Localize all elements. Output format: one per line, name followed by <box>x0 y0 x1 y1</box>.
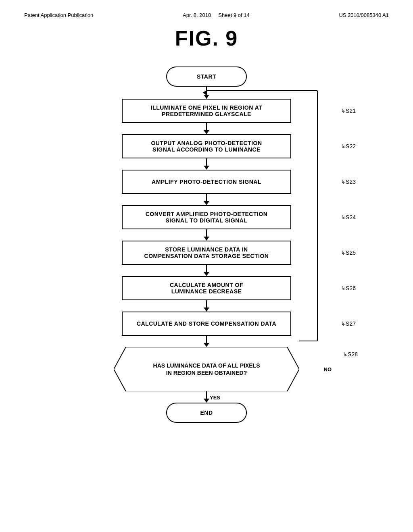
step-S27-box: CALCULATE AND STORE COMPENSATION DATA <box>122 312 291 336</box>
flowchart-diagram: START ILLUMINATE ONE PIXEL IN REGION ATP… <box>86 66 327 423</box>
step-S28-diamond: HAS LUMINANCE DATA OF ALL PIXELSIN REGIO… <box>114 347 299 391</box>
header: Patent Application Publication Apr. 8, 2… <box>24 12 389 18</box>
start-node: START <box>166 66 247 87</box>
step-S22-label: ↳S22 <box>341 143 356 150</box>
step-S23-label: ↳S23 <box>341 179 356 185</box>
end-label: END <box>200 409 213 416</box>
no-label: NO <box>324 366 332 372</box>
patent-number: US 2010/0085340 A1 <box>339 12 389 18</box>
step-S23-box: AMPLIFY PHOTO-DETECTION SIGNAL <box>122 170 291 194</box>
step-S24-label: ↳S24 <box>341 214 356 220</box>
step-S22-text: OUTPUT ANALOG PHOTO-DETECTIONSIGNAL ACCO… <box>151 140 262 153</box>
end-node: END <box>166 403 247 423</box>
step-S24-text: CONVERT AMPLIFIED PHOTO-DETECTIONSIGNAL … <box>146 211 268 224</box>
step-S22-box: OUTPUT ANALOG PHOTO-DETECTIONSIGNAL ACCO… <box>122 134 291 158</box>
step-S27: CALCULATE AND STORE COMPENSATION DATA ↳S… <box>86 312 327 336</box>
step-S24-box: CONVERT AMPLIFIED PHOTO-DETECTIONSIGNAL … <box>122 205 291 229</box>
step-S23-text: AMPLIFY PHOTO-DETECTION SIGNAL <box>152 179 261 185</box>
step-S21-text: ILLUMINATE ONE PIXEL IN REGION ATPREDETE… <box>151 104 263 117</box>
publication-type: Patent Application Publication <box>24 12 93 18</box>
step-S26-box: CALCULATE AMOUNT OFLUMINANCE DECREASE <box>122 276 291 300</box>
step-S28-text: HAS LUMINANCE DATA OF ALL PIXELSIN REGIO… <box>129 362 284 376</box>
step-S22: OUTPUT ANALOG PHOTO-DETECTIONSIGNAL ACCO… <box>86 134 327 158</box>
step-S21-box: ILLUMINATE ONE PIXEL IN REGION ATPREDETE… <box>122 99 291 123</box>
step-S24: CONVERT AMPLIFIED PHOTO-DETECTIONSIGNAL … <box>86 205 327 229</box>
step-S26-text: CALCULATE AMOUNT OFLUMINANCE DECREASE <box>170 282 243 295</box>
step-S28-label: ↳S28 <box>343 351 358 357</box>
page: Patent Application Publication Apr. 8, 2… <box>0 0 413 532</box>
step-S25-box: STORE LUMINANCE DATA INCOMPENSATION DATA… <box>122 241 291 265</box>
step-S25-label: ↳S25 <box>341 249 356 256</box>
header-center: Apr. 8, 2010 Sheet 9 of 14 <box>183 12 250 18</box>
step-S26: CALCULATE AMOUNT OFLUMINANCE DECREASE ↳S… <box>86 276 327 300</box>
step-S26-label: ↳S26 <box>341 285 356 291</box>
step-S25-text: STORE LUMINANCE DATA INCOMPENSATION DATA… <box>144 246 269 259</box>
step-S23: AMPLIFY PHOTO-DETECTION SIGNAL ↳S23 <box>86 170 327 194</box>
step-S25: STORE LUMINANCE DATA INCOMPENSATION DATA… <box>86 241 327 265</box>
yes-label: YES <box>210 395 220 401</box>
step-S27-text: CALCULATE AND STORE COMPENSATION DATA <box>137 320 276 327</box>
step-S21-label: ↳S21 <box>341 108 356 114</box>
header-left: Patent Application Publication <box>24 12 93 18</box>
figure-title: FIG. 9 <box>24 26 389 50</box>
header-right: US 2010/0085340 A1 <box>339 12 389 18</box>
sheet-info: Sheet 9 of 14 <box>218 12 249 18</box>
start-label: START <box>197 73 216 80</box>
step-S27-label: ↳S27 <box>341 320 356 327</box>
step-S28-container: HAS LUMINANCE DATA OF ALL PIXELSIN REGIO… <box>86 347 327 391</box>
publication-date: Apr. 8, 2010 <box>183 12 211 18</box>
step-S21: ILLUMINATE ONE PIXEL IN REGION ATPREDETE… <box>86 99 327 123</box>
